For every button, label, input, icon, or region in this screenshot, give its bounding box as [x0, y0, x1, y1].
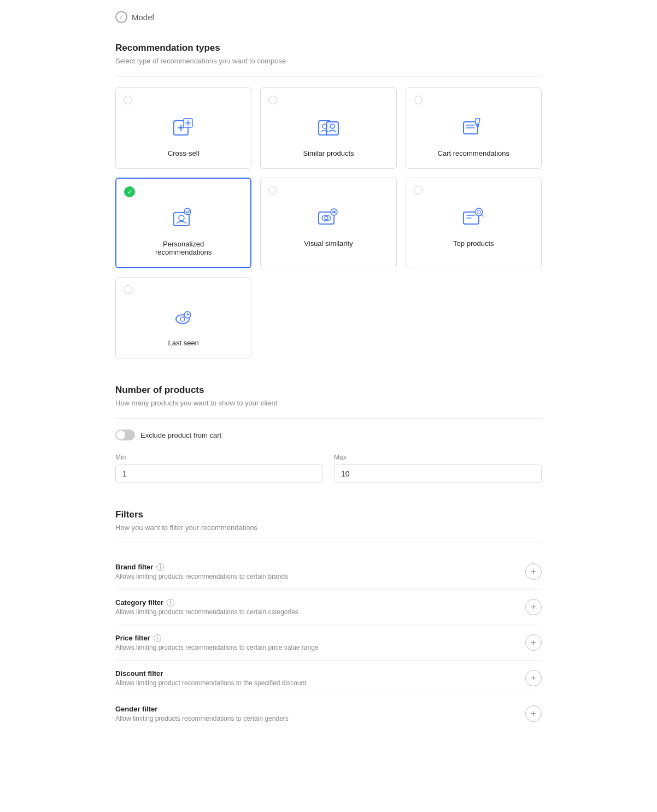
filter-desc-gender: Allow limiting products recommendations … [115, 715, 525, 722]
brand-info-icon[interactable]: i [156, 563, 164, 571]
filter-info-price: Price filter i Allows limiting products … [115, 634, 525, 651]
filter-row-brand: Brand filter i Allows limiting products … [115, 554, 542, 590]
last-seen-label: Last seen [125, 339, 242, 347]
svg-point-10 [184, 208, 191, 215]
filter-row-price: Price filter i Allows limiting products … [115, 625, 542, 661]
cards-grid: Cross-sell Similar products [115, 87, 542, 358]
top-products-label: Top products [415, 239, 532, 248]
rec-types-subtitle: Select type of recommendations you want … [115, 57, 542, 65]
toggle-knob [116, 431, 125, 439]
max-field-group: Max [334, 454, 542, 483]
exclude-cart-toggle[interactable] [115, 429, 135, 440]
filter-title-gender: Gender filter [115, 705, 525, 713]
personalized-icon [125, 205, 242, 233]
exclude-from-cart-row: Exclude product from cart [115, 429, 542, 440]
cart-recommendations-icon [415, 114, 532, 143]
svg-point-9 [179, 215, 184, 221]
radio-cross-sell [124, 96, 132, 104]
similar-products-label: Similar products [269, 149, 387, 157]
brand-filter-add-button[interactable]: + [525, 563, 542, 580]
rec-types-title: Recommendation types [115, 43, 542, 54]
max-input[interactable] [334, 464, 542, 483]
model-check-icon: ✓ [115, 11, 127, 23]
min-label: Min [115, 454, 323, 461]
num-products-title: Number of products [115, 385, 542, 396]
min-field-group: Min [115, 454, 323, 483]
card-cart-recommendations[interactable]: Cart recommendations [406, 87, 542, 169]
radio-last-seen [124, 285, 132, 294]
selected-check: ✓ [124, 186, 135, 197]
cross-sell-label: Cross-sell [125, 149, 242, 157]
filter-title-discount: Discount filter [115, 669, 525, 678]
num-products-subtitle: How many products you want to show to yo… [115, 399, 542, 407]
max-label: Max [334, 454, 542, 461]
radio-cart-recommendations [414, 96, 423, 104]
filter-info-category: Category filter i Allows limiting produc… [115, 598, 525, 616]
svg-point-22 [180, 317, 185, 321]
filter-title-brand: Brand filter i [115, 563, 525, 571]
radio-visual-similarity [268, 186, 277, 195]
last-seen-icon [125, 304, 242, 332]
card-personalized-recommendations[interactable]: ✓ Personalizedrecommendations [115, 178, 251, 268]
filter-desc-brand: Allows limiting products recommendations… [115, 573, 525, 580]
cart-recommendations-label: Cart recommendations [415, 149, 532, 157]
filter-row-discount: Discount filter Allows limiting product … [115, 661, 542, 696]
filter-row-gender: Gender filter Allow limiting products re… [115, 696, 542, 731]
filters-subtitle: How you want to filter your recommendati… [115, 523, 542, 532]
category-filter-add-button[interactable]: + [525, 599, 542, 615]
filters-section: Filters How you want to filter your reco… [115, 509, 542, 731]
category-info-icon[interactable]: i [167, 599, 174, 607]
filter-info-discount: Discount filter Allows limiting product … [115, 669, 525, 687]
card-similar-products[interactable]: Similar products [260, 87, 396, 169]
min-input[interactable] [115, 464, 323, 483]
svg-line-20 [482, 215, 484, 217]
visual-similarity-label: Visual similarity [269, 239, 387, 248]
top-products-icon [415, 204, 532, 233]
card-top-products[interactable]: Top products [406, 178, 542, 268]
number-of-products-section: Number of products How many products you… [115, 385, 542, 483]
gender-filter-add-button[interactable]: + [525, 705, 542, 722]
price-info-icon[interactable]: i [154, 634, 161, 642]
recommendation-types-section: Recommendation types Select type of reco… [115, 43, 542, 358]
radio-personalized: ✓ [124, 186, 135, 197]
radio-top-products [414, 186, 423, 195]
model-header: ✓ Model [115, 11, 542, 23]
filter-info-gender: Gender filter Allow limiting products re… [115, 705, 525, 722]
price-filter-add-button[interactable]: + [525, 634, 542, 651]
personalized-label: Personalizedrecommendations [125, 240, 242, 256]
filters-title: Filters [115, 509, 542, 520]
similar-products-icon [269, 114, 387, 143]
rec-types-divider [115, 76, 542, 77]
model-title: Model [132, 13, 154, 22]
visual-similarity-icon [269, 204, 387, 233]
card-visual-similarity[interactable]: Visual similarity [260, 178, 396, 268]
num-products-divider [115, 418, 542, 419]
exclude-cart-label: Exclude product from cart [140, 431, 221, 439]
filter-row-category: Category filter i Allows limiting produc… [115, 590, 542, 625]
svg-point-13 [325, 216, 328, 220]
filter-desc-discount: Allows limiting product recommendations … [115, 679, 525, 687]
card-last-seen[interactable]: Last seen [115, 277, 251, 358]
discount-filter-add-button[interactable]: + [525, 670, 542, 686]
filter-title-price: Price filter i [115, 634, 525, 642]
card-cross-sell[interactable]: Cross-sell [115, 87, 251, 169]
radio-similar-products [268, 96, 277, 104]
filter-desc-category: Allows limiting products recommendations… [115, 608, 525, 616]
filter-list: Brand filter i Allows limiting products … [115, 554, 542, 731]
svg-point-16 [333, 211, 335, 213]
filter-info-brand: Brand filter i Allows limiting products … [115, 563, 525, 580]
min-max-row: Min Max [115, 454, 542, 483]
cross-sell-icon [125, 114, 242, 143]
filter-title-category: Category filter i [115, 598, 525, 607]
filter-desc-price: Allows limiting products recommendations… [115, 644, 525, 651]
filters-divider [115, 543, 542, 543]
